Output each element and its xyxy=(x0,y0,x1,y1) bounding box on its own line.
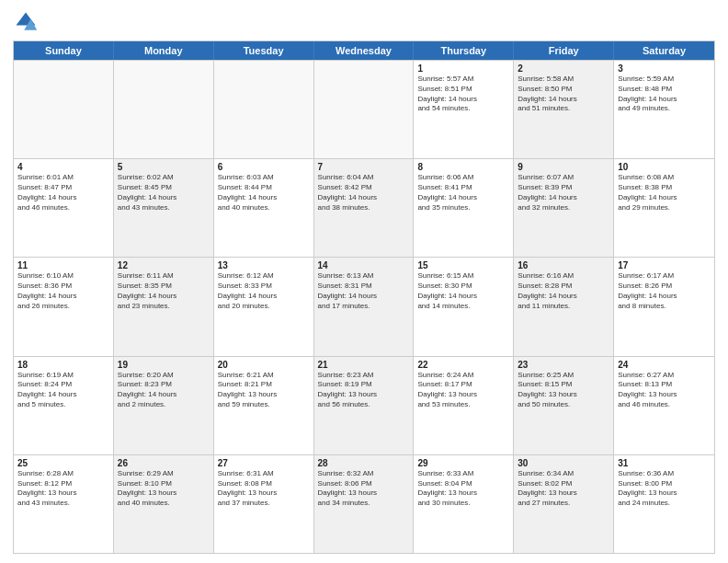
day-number: 22 xyxy=(417,360,509,370)
cell-info: Sunrise: 6:34 AMSunset: 8:02 PMDaylight:… xyxy=(518,469,609,509)
cal-cell-r1c0: 4Sunrise: 6:01 AMSunset: 8:47 PMDaylight… xyxy=(14,159,114,257)
day-number: 30 xyxy=(518,458,609,468)
cal-header-wednesday: Wednesday xyxy=(314,41,415,60)
cell-info: Sunrise: 6:33 AMSunset: 8:04 PMDaylight:… xyxy=(417,469,509,509)
day-number: 7 xyxy=(318,162,410,172)
cell-info: Sunrise: 6:19 AMSunset: 8:24 PMDaylight:… xyxy=(17,371,109,410)
cal-cell-r3c6: 24Sunrise: 6:27 AMSunset: 8:13 PMDayligh… xyxy=(614,357,714,454)
cell-info: Sunrise: 6:23 AMSunset: 8:19 PMDaylight:… xyxy=(318,371,410,410)
cal-cell-r4c6: 31Sunrise: 6:36 AMSunset: 8:00 PMDayligh… xyxy=(614,455,714,553)
cal-cell-r2c3: 14Sunrise: 6:13 AMSunset: 8:31 PMDayligh… xyxy=(314,258,415,355)
cal-cell-r4c2: 27Sunrise: 6:31 AMSunset: 8:08 PMDayligh… xyxy=(214,455,314,553)
cell-info: Sunrise: 6:10 AMSunset: 8:36 PMDaylight:… xyxy=(17,271,109,311)
day-number: 26 xyxy=(118,458,210,468)
cal-header-thursday: Thursday xyxy=(414,41,514,60)
cell-info: Sunrise: 6:01 AMSunset: 8:47 PMDaylight:… xyxy=(17,173,109,213)
cell-info: Sunrise: 6:11 AMSunset: 8:35 PMDaylight:… xyxy=(118,271,210,311)
day-number: 12 xyxy=(118,260,210,270)
cal-cell-r4c3: 28Sunrise: 6:32 AMSunset: 8:06 PMDayligh… xyxy=(314,455,415,553)
cal-cell-r0c5: 2Sunrise: 5:58 AMSunset: 8:50 PMDaylight… xyxy=(514,61,614,158)
day-number: 9 xyxy=(518,162,609,172)
cal-cell-r4c1: 26Sunrise: 6:29 AMSunset: 8:10 PMDayligh… xyxy=(114,455,214,553)
day-number: 24 xyxy=(618,360,711,370)
calendar-header-row: SundayMondayTuesdayWednesdayThursdayFrid… xyxy=(14,41,714,60)
day-number: 25 xyxy=(17,458,109,468)
day-number: 20 xyxy=(218,360,310,370)
cal-row-1: 4Sunrise: 6:01 AMSunset: 8:47 PMDaylight… xyxy=(14,158,714,257)
cal-cell-r0c1 xyxy=(114,61,214,158)
header xyxy=(13,9,715,35)
cell-info: Sunrise: 6:16 AMSunset: 8:28 PMDaylight:… xyxy=(518,271,609,311)
day-number: 15 xyxy=(417,260,509,270)
cal-cell-r4c4: 29Sunrise: 6:33 AMSunset: 8:04 PMDayligh… xyxy=(414,455,514,553)
cell-info: Sunrise: 6:02 AMSunset: 8:45 PMDaylight:… xyxy=(118,173,210,213)
day-number: 13 xyxy=(218,260,310,270)
cal-cell-r2c0: 11Sunrise: 6:10 AMSunset: 8:36 PMDayligh… xyxy=(14,258,114,355)
cell-info: Sunrise: 5:58 AMSunset: 8:50 PMDaylight:… xyxy=(518,75,609,114)
cal-header-tuesday: Tuesday xyxy=(214,41,314,60)
logo-icon xyxy=(13,9,39,35)
cell-info: Sunrise: 6:07 AMSunset: 8:39 PMDaylight:… xyxy=(518,173,609,213)
day-number: 31 xyxy=(618,458,711,468)
cell-info: Sunrise: 6:20 AMSunset: 8:23 PMDaylight:… xyxy=(118,371,210,410)
cal-cell-r1c6: 10Sunrise: 6:08 AMSunset: 8:38 PMDayligh… xyxy=(614,159,714,257)
day-number: 10 xyxy=(618,162,711,172)
cal-header-saturday: Saturday xyxy=(614,41,714,60)
cal-cell-r3c0: 18Sunrise: 6:19 AMSunset: 8:24 PMDayligh… xyxy=(14,357,114,454)
cal-header-monday: Monday xyxy=(114,41,214,60)
cell-info: Sunrise: 6:24 AMSunset: 8:17 PMDaylight:… xyxy=(417,371,509,410)
day-number: 8 xyxy=(417,162,509,172)
cal-cell-r1c4: 8Sunrise: 6:06 AMSunset: 8:41 PMDaylight… xyxy=(414,159,514,257)
cal-cell-r3c5: 23Sunrise: 6:25 AMSunset: 8:15 PMDayligh… xyxy=(514,357,614,454)
cal-row-4: 25Sunrise: 6:28 AMSunset: 8:12 PMDayligh… xyxy=(14,454,714,553)
cal-cell-r2c4: 15Sunrise: 6:15 AMSunset: 8:30 PMDayligh… xyxy=(414,258,514,355)
day-number: 28 xyxy=(318,458,410,468)
day-number: 21 xyxy=(318,360,410,370)
cell-info: Sunrise: 6:08 AMSunset: 8:38 PMDaylight:… xyxy=(618,173,711,213)
cell-info: Sunrise: 6:25 AMSunset: 8:15 PMDaylight:… xyxy=(518,371,609,410)
cal-cell-r3c2: 20Sunrise: 6:21 AMSunset: 8:21 PMDayligh… xyxy=(214,357,314,454)
cell-info: Sunrise: 6:21 AMSunset: 8:21 PMDaylight:… xyxy=(218,371,310,410)
day-number: 16 xyxy=(518,260,609,270)
cell-info: Sunrise: 5:59 AMSunset: 8:48 PMDaylight:… xyxy=(618,75,711,114)
cal-header-friday: Friday xyxy=(514,41,614,60)
cell-info: Sunrise: 6:27 AMSunset: 8:13 PMDaylight:… xyxy=(618,371,711,410)
cal-cell-r4c0: 25Sunrise: 6:28 AMSunset: 8:12 PMDayligh… xyxy=(14,455,114,553)
day-number: 14 xyxy=(318,260,410,270)
cal-cell-r0c3 xyxy=(314,61,415,158)
cell-info: Sunrise: 6:29 AMSunset: 8:10 PMDaylight:… xyxy=(118,469,210,509)
cal-header-sunday: Sunday xyxy=(14,41,114,60)
cal-cell-r2c1: 12Sunrise: 6:11 AMSunset: 8:35 PMDayligh… xyxy=(114,258,214,355)
cell-info: Sunrise: 6:04 AMSunset: 8:42 PMDaylight:… xyxy=(318,173,410,213)
cal-cell-r3c1: 19Sunrise: 6:20 AMSunset: 8:23 PMDayligh… xyxy=(114,357,214,454)
day-number: 23 xyxy=(518,360,609,370)
day-number: 18 xyxy=(17,360,109,370)
cal-cell-r4c5: 30Sunrise: 6:34 AMSunset: 8:02 PMDayligh… xyxy=(514,455,614,553)
cell-info: Sunrise: 6:28 AMSunset: 8:12 PMDaylight:… xyxy=(17,469,109,509)
logo xyxy=(13,9,42,35)
cal-cell-r2c6: 17Sunrise: 6:17 AMSunset: 8:26 PMDayligh… xyxy=(614,258,714,355)
cal-cell-r1c2: 6Sunrise: 6:03 AMSunset: 8:44 PMDaylight… xyxy=(214,159,314,257)
cal-cell-r3c3: 21Sunrise: 6:23 AMSunset: 8:19 PMDayligh… xyxy=(314,357,415,454)
cal-cell-r0c0 xyxy=(14,61,114,158)
cal-row-3: 18Sunrise: 6:19 AMSunset: 8:24 PMDayligh… xyxy=(14,356,714,454)
cell-info: Sunrise: 6:13 AMSunset: 8:31 PMDaylight:… xyxy=(318,271,410,311)
cell-info: Sunrise: 6:17 AMSunset: 8:26 PMDaylight:… xyxy=(618,271,711,311)
cell-info: Sunrise: 6:03 AMSunset: 8:44 PMDaylight:… xyxy=(218,173,310,213)
day-number: 6 xyxy=(218,162,310,172)
day-number: 1 xyxy=(417,63,509,74)
cell-info: Sunrise: 6:32 AMSunset: 8:06 PMDaylight:… xyxy=(318,469,410,509)
day-number: 27 xyxy=(218,458,310,468)
cell-info: Sunrise: 6:06 AMSunset: 8:41 PMDaylight:… xyxy=(417,173,509,213)
calendar-body: 1Sunrise: 5:57 AMSunset: 8:51 PMDaylight… xyxy=(14,60,714,553)
cal-cell-r2c5: 16Sunrise: 6:16 AMSunset: 8:28 PMDayligh… xyxy=(514,258,614,355)
calendar: SundayMondayTuesdayWednesdayThursdayFrid… xyxy=(13,40,715,554)
day-number: 3 xyxy=(618,63,711,74)
cal-cell-r2c2: 13Sunrise: 6:12 AMSunset: 8:33 PMDayligh… xyxy=(214,258,314,355)
cal-cell-r0c2 xyxy=(214,61,314,158)
day-number: 29 xyxy=(417,458,509,468)
day-number: 5 xyxy=(118,162,210,172)
cell-info: Sunrise: 6:36 AMSunset: 8:00 PMDaylight:… xyxy=(618,469,711,509)
cal-cell-r1c3: 7Sunrise: 6:04 AMSunset: 8:42 PMDaylight… xyxy=(314,159,415,257)
cell-info: Sunrise: 6:31 AMSunset: 8:08 PMDaylight:… xyxy=(218,469,310,509)
